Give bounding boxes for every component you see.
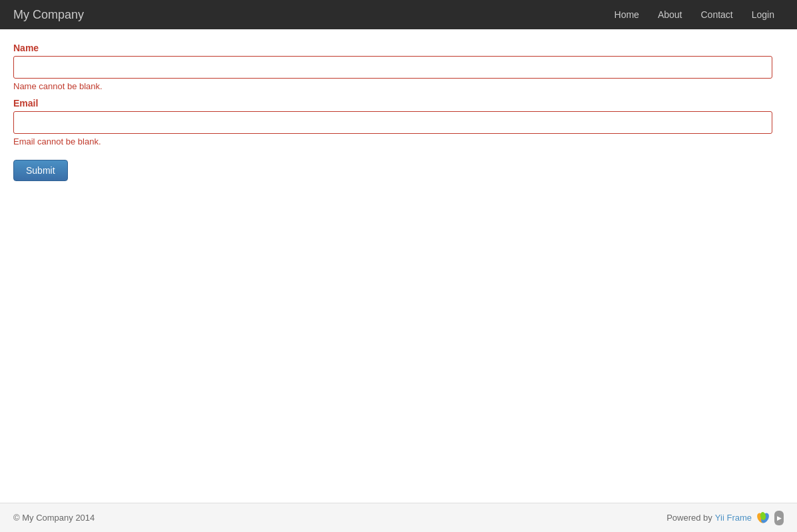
scroll-indicator: ▶	[774, 511, 784, 525]
footer: © My Company 2014 Powered by Yii Frame ▶	[0, 503, 797, 532]
email-input[interactable]	[13, 111, 772, 134]
powered-text: Powered by	[666, 513, 712, 523]
main-content: Name Name cannot be blank. Email Email c…	[0, 29, 797, 503]
email-label: Email	[13, 98, 784, 109]
footer-powered: Powered by Yii Frame ▶	[666, 511, 784, 525]
nav-link-contact[interactable]: Contact	[691, 1, 742, 28]
nav-link-login[interactable]: Login	[742, 1, 784, 28]
email-form-group: Email Email cannot be blank.	[13, 98, 784, 146]
nav-link-about[interactable]: About	[649, 1, 692, 28]
yii-link[interactable]: Yii Frame	[715, 513, 752, 523]
email-error: Email cannot be blank.	[13, 136, 784, 146]
navbar-nav: Home About Contact Login	[605, 1, 784, 28]
nav-item-home: Home	[605, 1, 649, 28]
footer-copyright: © My Company 2014	[13, 513, 95, 523]
name-label: Name	[13, 43, 784, 53]
submit-button[interactable]: Submit	[13, 160, 68, 181]
nav-item-login: Login	[742, 1, 784, 28]
yii-logo	[756, 511, 770, 525]
name-form-group: Name Name cannot be blank.	[13, 43, 784, 91]
name-input[interactable]	[13, 56, 772, 79]
navbar-brand[interactable]: My Company	[13, 8, 84, 22]
yii-logo-svg	[756, 511, 770, 525]
navbar: My Company Home About Contact Login	[0, 0, 797, 29]
contact-form: Name Name cannot be blank. Email Email c…	[13, 43, 784, 181]
nav-link-home[interactable]: Home	[605, 1, 649, 28]
nav-item-about: About	[649, 1, 692, 28]
name-error: Name cannot be blank.	[13, 81, 784, 91]
nav-item-contact: Contact	[691, 1, 742, 28]
